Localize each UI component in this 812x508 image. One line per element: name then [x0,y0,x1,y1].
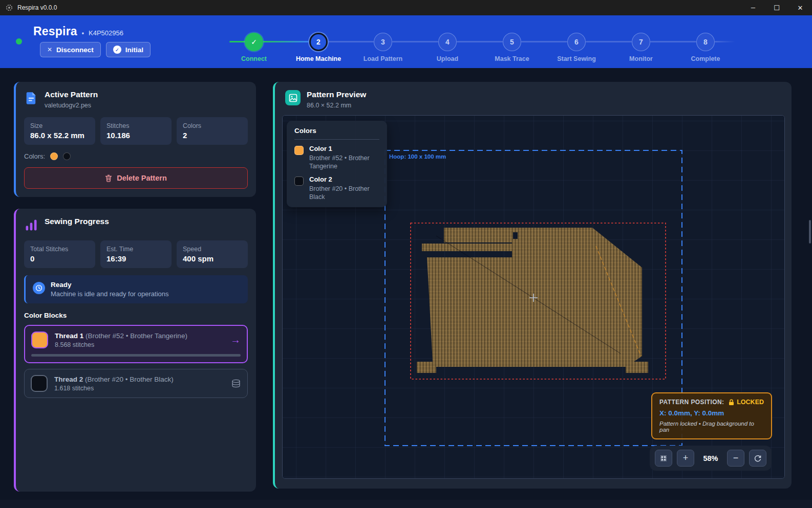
sewing-progress-card: Sewing Progress Total Stitches 0 Est. Ti… [14,209,256,492]
brand-separator: • [82,30,84,37]
thread-1-detail: (Brother #52 • Brother Tangerine) [86,332,187,340]
workflow-stepper: ✓ Connect 2 Home Machine 3 Load Pattern … [222,28,738,64]
thread-1-stitches: 8.568 stitches [55,341,187,348]
brand-block: Respira • K4P502956 [33,25,123,38]
pattern-preview-card: Pattern Preview 86.0 × 52.2 mm [273,82,792,489]
maximize-button[interactable]: ☐ [765,0,788,15]
close-button[interactable]: ✕ [788,0,812,15]
pattern-coordinates: X: 0.0mm, Y: 0.0mm [659,409,764,417]
clock-icon [33,282,45,294]
thread-1-swatch [31,332,48,348]
preview-title: Pattern Preview [307,90,366,99]
stat-est-time: Est. Time 16:39 [100,240,172,268]
color-blocks-label: Color Blocks [24,312,248,319]
preview-dimensions: 86.0 × 52.2 mm [307,102,366,109]
legend-item-color-2: Color 2 Brother #20 • Brother Black [294,175,379,202]
thread-2-detail: (Brother #20 • Brother Black) [85,376,174,383]
stat-stitches: Stitches 10.186 [100,117,172,145]
thread-2-stitches: 1.618 stitches [54,385,174,392]
app-header: Respira • K4P502956 ✕ Disconnect ✓ Initi… [0,15,812,68]
trash-icon [105,174,112,182]
pattern-position-label: PATTERN POSITION: [659,399,724,406]
step-home-machine[interactable]: 2 Home Machine [286,28,351,62]
embroidery-pattern [417,228,648,373]
initial-label: Initial [125,46,143,54]
status-description: Machine is idle and ready for operations [51,290,169,298]
stat-total-stitches: Total Stitches 0 [24,240,95,268]
initial-button[interactable]: ✓ Initial [106,42,151,57]
arrow-right-icon: → [230,334,241,346]
window-titlebar: Respira v0.0.0 ─ ☐ ✕ [0,0,812,15]
window-scrollbar-thumb[interactable] [809,220,811,244]
legend-title: Colors [294,127,379,135]
step-monitor[interactable]: 7 Monitor [609,28,673,62]
reset-view-button[interactable] [749,450,766,467]
zoom-controls: + 58% − [650,446,772,471]
stat-size: Size 86.0 x 52.2 mm [24,117,95,145]
step-connect[interactable]: ✓ Connect [222,28,286,62]
colors-label: Colors: [24,152,45,160]
locked-badge: LOCKED [737,399,764,406]
minimize-button[interactable]: ─ [741,0,765,15]
lock-icon [729,399,734,406]
stat-colors: Colors 2 [177,117,248,145]
delete-pattern-button[interactable]: Delete Pattern [24,167,248,189]
fit-to-screen-button[interactable] [655,450,672,467]
footer-strip [0,500,812,508]
check-circle-icon: ✓ [113,46,121,54]
thread-1-progress-bar [31,354,241,357]
hoop-label: Hoop: 100 x 100 mm [389,153,446,160]
image-icon [285,90,301,105]
divider [294,139,379,140]
brand-name: Respira [33,25,77,38]
color-swatch-1 [50,152,58,160]
thread-2-swatch [31,375,48,392]
zoom-out-button[interactable]: − [727,450,744,467]
step-load-pattern[interactable]: 3 Load Pattern [351,28,415,62]
colors-legend: Colors Color 1 Brother #52 • Brother Tan… [287,121,387,207]
step-complete[interactable]: 8 Complete [673,28,738,62]
window-title: Respira v0.0.0 [17,4,57,11]
machine-serial: K4P502956 [89,29,123,37]
color-swatch-2 [63,152,71,160]
zoom-level: 58% [699,454,722,462]
legend-item-color-1: Color 1 Brother #52 • Brother Tangerine [294,145,379,171]
layers-icon [231,379,241,388]
step-upload[interactable]: 4 Upload [415,28,480,62]
app-icon [5,4,13,12]
step-start-sewing[interactable]: 6 Start Sewing [544,28,609,62]
connection-status-dot [16,38,22,45]
file-icon [24,91,38,105]
thread-block-1[interactable]: Thread 1 (Brother #52 • Brother Tangerin… [24,325,248,363]
pattern-position-overlay: PATTERN POSITION: LOCKED X: 0.0mm, Y: 0.… [651,392,772,439]
pattern-filename: valetudogv2.pes [45,102,98,109]
stat-speed: Speed 400 spm [177,240,248,268]
preview-canvas[interactable]: Hoop: 100 x 100 mm Colors Color 1 Brothe… [282,115,785,479]
step-mask-trace[interactable]: 5 Mask Trace [480,28,544,62]
disconnect-label: Disconnect [56,46,94,54]
active-pattern-title: Active Pattern [45,90,98,99]
machine-status-banner: Ready Machine is idle and ready for oper… [24,275,248,303]
sewing-progress-title: Sewing Progress [45,217,109,226]
step-circle-check-icon: ✓ [245,33,263,51]
zoom-in-button[interactable]: + [677,450,694,467]
status-title: Ready [51,281,169,289]
delete-pattern-label: Delete Pattern [117,174,167,182]
bar-chart-icon [24,218,38,232]
x-icon: ✕ [47,46,52,53]
pan-hint: Pattern locked • Drag background to pan [659,421,764,433]
thread-2-name: Thread 2 [54,376,83,383]
legend-swatch-2 [294,176,304,186]
legend-swatch-1 [294,146,304,155]
disconnect-button[interactable]: ✕ Disconnect [40,42,101,57]
thread-1-name: Thread 1 [55,332,83,340]
active-pattern-card: Active Pattern valetudogv2.pes Size 86.0… [14,82,256,197]
thread-block-2[interactable]: Thread 2 (Brother #20 • Brother Black) 1… [24,369,248,398]
